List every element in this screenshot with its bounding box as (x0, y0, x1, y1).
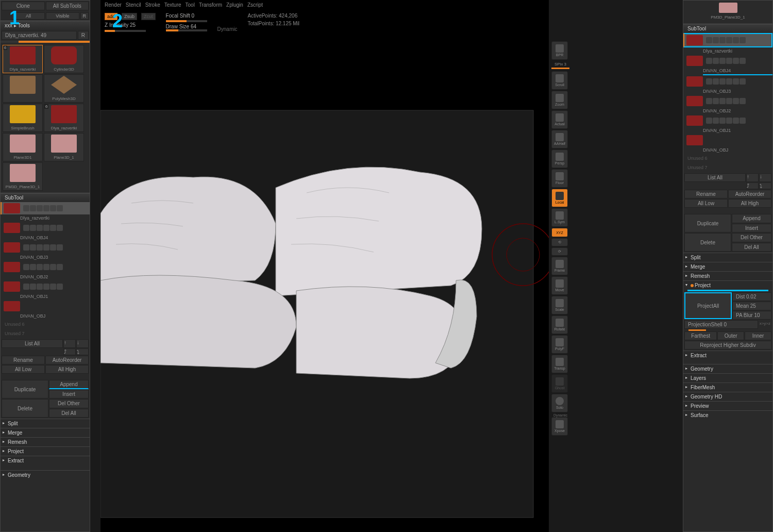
rot-z-icon[interactable]: ⟳ (551, 247, 568, 256)
model-view[interactable] (100, 35, 549, 532)
rot-y-icon[interactable]: ⟲ (551, 238, 568, 246)
extract-section[interactable]: Extract (1, 456, 90, 465)
subtool-item[interactable] (1, 280, 90, 293)
outer-button[interactable]: Outer (717, 331, 744, 340)
tool-item[interactable]: Plane3D1 (3, 133, 43, 161)
scale-button[interactable]: Scale (551, 296, 568, 314)
bpr-button[interactable]: BPR (551, 41, 568, 60)
dist-slider[interactable]: Dist 0.02 (732, 292, 771, 301)
menu-tool[interactable]: Tool (186, 2, 195, 8)
all-high-button[interactable]: All High (45, 365, 89, 374)
insert-button[interactable]: Insert (49, 390, 89, 398)
tool-item[interactable]: SimpleBrush (3, 104, 43, 132)
dynamic-label[interactable]: Dynamic (217, 26, 238, 32)
all-subtools-button[interactable]: All SubTools (46, 2, 89, 10)
solo-button[interactable]: Solo (551, 394, 568, 412)
spix-label[interactable]: SPix 3 (551, 61, 569, 68)
subtool-item[interactable] (683, 114, 772, 127)
geometry-section-r[interactable]: Geometry (683, 364, 772, 373)
pa-blur-slider[interactable]: PA Blur 10 (732, 311, 771, 320)
menu-zscript[interactable]: Zscript (247, 2, 263, 8)
current-tool[interactable]: Dlya_razvertki. 49 (2, 31, 77, 40)
menu-stroke[interactable]: Stroke (145, 2, 160, 8)
transp-button[interactable]: Transp (551, 355, 568, 373)
subtool-item[interactable] (683, 95, 772, 107)
arrow-up-icon[interactable]: ↑ (746, 173, 759, 182)
local-button[interactable]: Local (551, 189, 568, 207)
icon-2[interactable]: ⤵ (759, 182, 771, 189)
lsym-button[interactable]: L.Sym (551, 208, 568, 227)
move-button[interactable]: Move (551, 276, 568, 295)
subtool-item[interactable] (683, 55, 772, 67)
tool-item[interactable] (3, 74, 43, 103)
arrow-down-icon[interactable]: ↓ (759, 173, 771, 182)
dynamic-toggle[interactable]: Dynamic (551, 413, 569, 417)
all-low-button-r[interactable]: All Low (684, 199, 728, 208)
menu-stencil[interactable]: Stencil (126, 2, 141, 8)
layers-section[interactable]: Layers (683, 373, 772, 383)
tool-item[interactable]: PM3D_Plane3D_1 (3, 162, 43, 191)
xyz-button[interactable]: XYZ (551, 228, 568, 237)
subtool-item[interactable] (1, 202, 90, 214)
frame-button[interactable]: Frame (551, 257, 568, 275)
icon-2[interactable]: ⤵ (76, 348, 89, 355)
xpose-button[interactable]: Xpose (551, 417, 568, 436)
zoom-button[interactable]: Zoom (551, 91, 568, 109)
geometry-hd-section[interactable]: Geometry HD (683, 392, 772, 401)
persp-button[interactable]: Persp (551, 149, 568, 168)
rotate-button[interactable]: Rotate (551, 315, 568, 334)
polyf-button[interactable]: PolyF (551, 335, 568, 354)
subtool-item[interactable] (683, 75, 772, 88)
tool-item[interactable]: 6Dlya_razvertki (3, 45, 43, 73)
arrow-up-icon[interactable]: ↑ (63, 339, 76, 348)
extract-section-r[interactable]: Extract (683, 351, 772, 360)
icon-1[interactable]: ⤴ (63, 348, 76, 355)
insert-button-r[interactable]: Insert (732, 224, 771, 233)
tool-item[interactable]: 6Dlya_razvertki (44, 104, 84, 132)
duplicate-button-r[interactable]: Duplicate (684, 214, 731, 232)
subtool-item[interactable] (1, 241, 90, 254)
project-section-r[interactable]: Project (683, 280, 772, 290)
subtool-item[interactable] (1, 261, 90, 273)
geometry-section[interactable]: Geometry (1, 470, 90, 479)
remesh-section[interactable]: Remesh (1, 437, 90, 446)
viewport[interactable]: Render Stencil Stroke Texture Tool Trans… (100, 0, 549, 532)
r-button-2[interactable]: R (78, 31, 89, 40)
rename-button[interactable]: Rename (2, 356, 45, 364)
farthest-button[interactable]: Farthest (684, 331, 717, 340)
merge-section-r[interactable]: Merge (683, 262, 772, 271)
preview-section[interactable]: Preview (683, 401, 772, 410)
remesh-section-r[interactable]: Remesh (683, 271, 772, 280)
reproject-button[interactable]: Reproject Higher Subdiv (684, 341, 771, 350)
aahalf-button[interactable]: AAHalf (551, 130, 568, 148)
auto-reorder-button[interactable]: AutoReorder (45, 356, 89, 364)
split-section[interactable]: Split (1, 419, 90, 428)
ghost-button[interactable]: Ghost (551, 374, 568, 393)
list-all-button-r[interactable]: List All (684, 173, 746, 182)
delete-button[interactable]: Delete (2, 399, 48, 418)
delete-button-r[interactable]: Delete (684, 233, 731, 252)
subtool-header-r[interactable]: SubTool (683, 24, 772, 33)
append-button-r[interactable]: Append (732, 214, 771, 223)
arrow-down-icon[interactable]: ↓ (76, 339, 89, 348)
icon-1[interactable]: ⤴ (746, 182, 759, 189)
tool-item[interactable]: Cylinder3D (44, 45, 84, 73)
project-section[interactable]: Project (1, 446, 90, 456)
projection-shell-slider[interactable]: ProjectionShell 0 (684, 320, 758, 329)
subtool-item[interactable] (1, 300, 90, 312)
subtool-item[interactable] (683, 33, 772, 47)
del-all-button-r[interactable]: Del All (732, 243, 771, 252)
menu-render[interactable]: Render (105, 2, 122, 8)
menu-texture[interactable]: Texture (164, 2, 181, 8)
menu-zplugin[interactable]: Zplugin (226, 2, 243, 8)
inner-button[interactable]: Inner (745, 331, 771, 340)
auto-reorder-button-r[interactable]: AutoReorder (728, 190, 771, 198)
r-button[interactable]: R (80, 12, 89, 20)
zcut-button[interactable]: Zcut (141, 13, 156, 20)
visible-button[interactable]: Visible (46, 12, 79, 20)
clone-button[interactable]: Clone (2, 2, 45, 10)
del-all-button[interactable]: Del All (49, 409, 89, 418)
merge-section[interactable]: Merge (1, 428, 90, 437)
surface-section[interactable]: Surface (683, 410, 772, 420)
subtool-item[interactable] (1, 222, 90, 234)
